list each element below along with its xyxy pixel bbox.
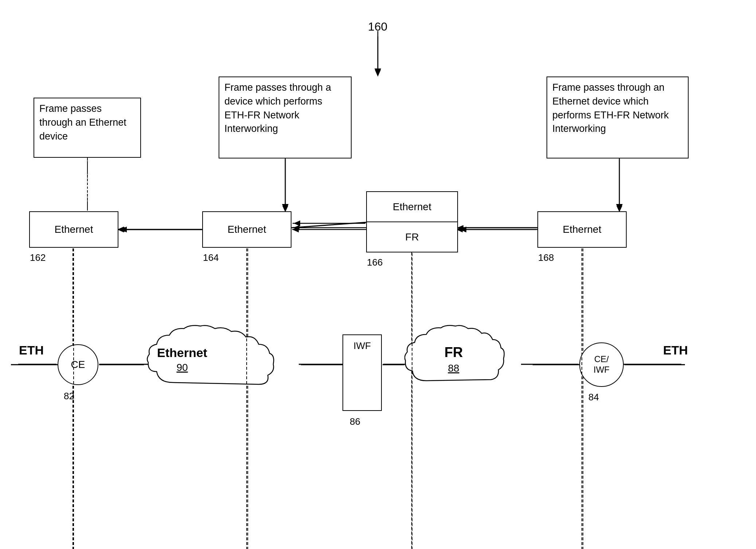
ref-166: 166 bbox=[367, 257, 383, 268]
svg-marker-10 bbox=[292, 227, 299, 232]
annotation-1-text: Frame passes through an Ethernet device bbox=[39, 103, 126, 142]
device-box-162: Ethernet bbox=[29, 211, 118, 248]
annotation-box-1: Frame passes through an Ethernet device bbox=[34, 98, 141, 158]
svg-marker-25 bbox=[118, 227, 125, 232]
device-box-168: Ethernet bbox=[537, 211, 627, 248]
device-162-label: Ethernet bbox=[55, 224, 93, 235]
iwf-box-86: IWF bbox=[342, 334, 382, 411]
ref-86: 86 bbox=[350, 416, 360, 427]
cloud-ethernet-90: Ethernet 90 bbox=[144, 324, 301, 404]
annotation-box-2: Frame passes through a device which perf… bbox=[219, 77, 352, 158]
iwf-86-label: IWF bbox=[353, 340, 371, 352]
svg-marker-29 bbox=[457, 225, 463, 230]
svg-marker-27 bbox=[293, 225, 299, 230]
cloud-fr-88: FR 88 bbox=[404, 324, 532, 404]
svg-text:FR: FR bbox=[444, 345, 463, 360]
circle-ce-82: CE bbox=[58, 344, 98, 385]
circle-ceiwf-84: CE/IWF bbox=[579, 342, 624, 387]
diagram-container: 160 Frame passes through an Ethernet dev… bbox=[0, 0, 756, 549]
device-166-bottom-label: FR bbox=[367, 222, 457, 252]
annotation-2-text: Frame passes through a device which perf… bbox=[224, 82, 331, 134]
ref-168: 168 bbox=[538, 252, 554, 263]
svg-marker-42 bbox=[120, 227, 127, 232]
svg-marker-35 bbox=[375, 68, 381, 77]
device-box-166: Ethernet FR bbox=[366, 191, 458, 252]
svg-line-26 bbox=[292, 222, 367, 228]
eth-label-right: ETH bbox=[663, 343, 688, 357]
svg-marker-38 bbox=[282, 204, 289, 212]
ref-164: 164 bbox=[203, 252, 219, 263]
ref-162: 162 bbox=[30, 252, 46, 263]
svg-marker-44 bbox=[294, 220, 300, 226]
svg-text:Ethernet: Ethernet bbox=[157, 346, 207, 360]
ceiwf-84-label: CE/IWF bbox=[594, 354, 610, 375]
ref-82: 82 bbox=[64, 391, 74, 402]
device-168-label: Ethernet bbox=[563, 224, 602, 235]
eth-label-left: ETH bbox=[19, 343, 44, 357]
ref-160: 160 bbox=[368, 20, 387, 34]
device-166-top-label: Ethernet bbox=[367, 192, 457, 222]
svg-marker-40 bbox=[616, 204, 623, 212]
ref-84: 84 bbox=[588, 392, 599, 403]
annotation-3-text: Frame passes through an Ethernet device … bbox=[552, 82, 669, 134]
device-164-label: Ethernet bbox=[228, 224, 266, 235]
svg-marker-46 bbox=[460, 227, 466, 232]
annotation-box-3: Frame passes through an Ethernet device … bbox=[547, 77, 689, 158]
device-box-164: Ethernet bbox=[202, 211, 291, 248]
ce-82-label: CE bbox=[71, 359, 85, 370]
svg-marker-1 bbox=[375, 70, 381, 77]
svg-text:90: 90 bbox=[176, 362, 188, 373]
svg-text:88: 88 bbox=[448, 362, 459, 374]
